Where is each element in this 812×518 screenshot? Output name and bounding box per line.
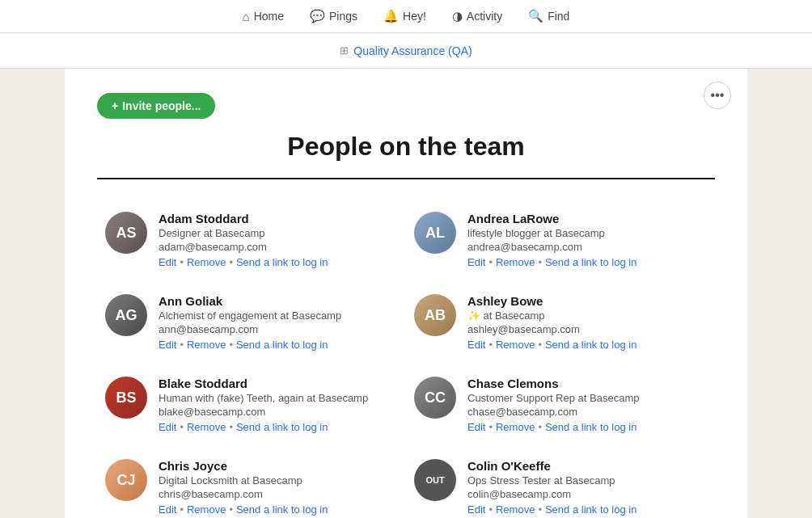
avatar: AB xyxy=(414,294,456,336)
person-email: andrea@basecamp.com xyxy=(467,241,707,253)
person-item: BSBlake StoddardHuman with (fake) Teeth,… xyxy=(97,364,406,446)
person-role: Designer at Basecamp xyxy=(159,227,398,239)
page-title: People on the team xyxy=(97,132,715,162)
action-edit[interactable]: Edit xyxy=(467,421,485,433)
person-item: ALAndrea LaRowelifestyle blogger at Base… xyxy=(406,199,715,281)
person-name: Colin O'Keeffe xyxy=(467,459,707,473)
more-options-button[interactable]: ••• xyxy=(704,82,731,109)
person-role: Alchemist of engagement at Basecamp xyxy=(159,310,398,322)
person-item: ABAshley Bowe✨ at Basecampashley@basecam… xyxy=(406,281,715,364)
person-item: CCChase ClemonsCustomer Support Rep at B… xyxy=(406,364,715,446)
person-email: ann@basecamp.com xyxy=(159,323,398,335)
nav-pings-label: Pings xyxy=(329,10,357,23)
grid-icon: ⊞ xyxy=(340,44,349,57)
action-edit[interactable]: Edit xyxy=(159,256,176,268)
person-email: ashley@basecamp.com xyxy=(467,323,707,335)
action-separator: • xyxy=(229,421,233,433)
avatar: CJ xyxy=(105,459,147,501)
action-remove[interactable]: Remove xyxy=(187,256,226,268)
avatar: AG xyxy=(105,294,147,336)
people-grid: ASAdam StoddardDesigner at Basecampadam@… xyxy=(97,199,715,518)
action-send-a-link-to-log-in[interactable]: Send a link to log in xyxy=(236,256,328,268)
activity-icon: ◑ xyxy=(452,9,463,23)
person-actions: Edit • Remove • Send a link to log in xyxy=(467,339,707,351)
person-role: lifestyle blogger at Basecamp xyxy=(467,227,707,239)
action-send-a-link-to-log-in[interactable]: Send a link to log in xyxy=(545,421,636,433)
person-name: Andrea LaRowe xyxy=(467,212,707,225)
pings-icon: 💬 xyxy=(310,9,325,23)
person-name: Chase Clemons xyxy=(467,377,707,390)
person-role: Digital Locksmith at Basecamp xyxy=(159,474,398,486)
action-send-a-link-to-log-in[interactable]: Send a link to log in xyxy=(545,503,636,516)
avatar: BS xyxy=(105,377,147,419)
action-separator: • xyxy=(488,339,493,351)
person-info: Blake StoddardHuman with (fake) Teeth, a… xyxy=(159,377,398,433)
find-icon: 🔍 xyxy=(528,9,543,23)
action-separator: • xyxy=(180,339,184,351)
person-email: blake@basecamp.com xyxy=(159,406,398,418)
person-name: Ann Goliak xyxy=(159,294,398,308)
avatar: CC xyxy=(414,377,456,419)
action-edit[interactable]: Edit xyxy=(467,503,485,516)
action-send-a-link-to-log-in[interactable]: Send a link to log in xyxy=(236,421,328,433)
breadcrumb-link[interactable]: Quality Assurance (QA) xyxy=(353,44,472,57)
action-send-a-link-to-log-in[interactable]: Send a link to log in xyxy=(236,503,328,516)
person-name: Blake Stoddard xyxy=(159,377,398,390)
person-actions: Edit • Remove • Send a link to log in xyxy=(159,339,398,351)
action-send-a-link-to-log-in[interactable]: Send a link to log in xyxy=(236,339,328,351)
action-separator: • xyxy=(229,339,233,351)
action-send-a-link-to-log-in[interactable]: Send a link to log in xyxy=(545,256,636,268)
invite-people-button[interactable]: + Invite people... xyxy=(97,93,215,119)
person-email: colin@basecamp.com xyxy=(467,488,707,500)
nav-activity[interactable]: ◑ Activity xyxy=(452,9,502,23)
action-edit[interactable]: Edit xyxy=(467,339,485,351)
nav-activity-label: Activity xyxy=(467,10,502,23)
action-separator: • xyxy=(488,421,493,433)
action-separator: • xyxy=(180,256,184,268)
person-actions: Edit • Remove • Send a link to log in xyxy=(159,421,398,433)
action-edit[interactable]: Edit xyxy=(159,339,176,351)
person-item: OUTColin O'KeeffeOps Stress Tester at Ba… xyxy=(406,446,715,518)
person-name: Adam Stoddard xyxy=(159,212,398,225)
action-edit[interactable]: Edit xyxy=(159,503,176,516)
person-actions: Edit • Remove • Send a link to log in xyxy=(467,421,707,433)
action-separator: • xyxy=(538,256,542,268)
title-divider xyxy=(97,178,715,179)
person-role: Human with (fake) Teeth, again at Baseca… xyxy=(159,392,398,404)
action-edit[interactable]: Edit xyxy=(467,256,485,268)
action-separator: • xyxy=(538,503,542,516)
nav-home-label: Home xyxy=(254,10,284,23)
action-separator: • xyxy=(488,256,493,268)
person-role: ✨ at Basecamp xyxy=(467,310,707,322)
person-role: Customer Support Rep at Basecamp xyxy=(467,392,707,404)
nav-hey[interactable]: 🔔 Hey! xyxy=(383,9,426,23)
action-remove[interactable]: Remove xyxy=(187,421,226,433)
nav-find[interactable]: 🔍 Find xyxy=(528,9,569,23)
action-send-a-link-to-log-in[interactable]: Send a link to log in xyxy=(545,339,636,351)
person-actions: Edit • Remove • Send a link to log in xyxy=(159,256,398,268)
nav-find-label: Find xyxy=(548,10,569,23)
nav-home[interactable]: ⌂ Home xyxy=(243,10,284,23)
person-name: Chris Joyce xyxy=(159,459,398,473)
action-remove[interactable]: Remove xyxy=(496,339,535,351)
nav-hey-label: Hey! xyxy=(403,10,426,23)
person-actions: Edit • Remove • Send a link to log in xyxy=(159,503,398,516)
person-role: Ops Stress Tester at Basecamp xyxy=(467,474,707,486)
action-remove[interactable]: Remove xyxy=(187,339,226,351)
nav-pings[interactable]: 💬 Pings xyxy=(310,9,357,23)
person-info: Ashley Bowe✨ at Basecampashley@basecamp.… xyxy=(467,294,707,351)
home-icon: ⌂ xyxy=(243,10,250,23)
person-email: chris@basecamp.com xyxy=(159,488,398,500)
avatar: OUT xyxy=(414,459,456,501)
action-remove[interactable]: Remove xyxy=(496,256,535,268)
person-email: chase@basecamp.com xyxy=(467,406,707,418)
invite-plus-icon: + xyxy=(112,99,118,112)
person-item: ASAdam StoddardDesigner at Basecampadam@… xyxy=(97,199,406,281)
person-item: CJChris JoyceDigital Locksmith at Baseca… xyxy=(97,446,406,518)
action-separator: • xyxy=(180,421,184,433)
avatar: AL xyxy=(414,212,456,254)
action-edit[interactable]: Edit xyxy=(159,421,176,433)
action-remove[interactable]: Remove xyxy=(496,503,535,516)
action-remove[interactable]: Remove xyxy=(496,421,535,433)
action-remove[interactable]: Remove xyxy=(187,503,226,516)
